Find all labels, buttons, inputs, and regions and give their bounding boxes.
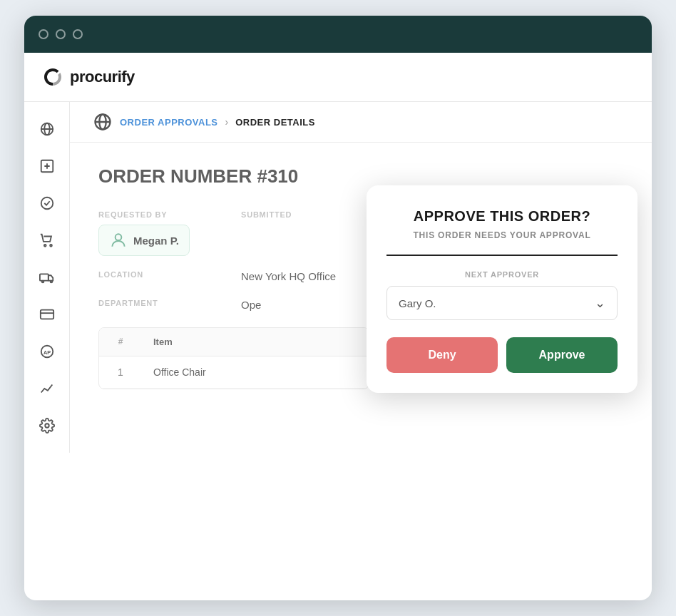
svg-point-7 [43,245,46,247]
card-icon [39,307,55,322]
sidebar-item-cart[interactable] [31,225,63,256]
browser-dot-3 [73,29,83,39]
logo-icon [41,66,64,88]
main-content: ORDER APPROVALS › ORDER DETAILS ORDER NU… [70,102,652,453]
modal-title: APPROVE THIS ORDER? [386,208,618,225]
breadcrumb: ORDER APPROVALS › ORDER DETAILS [70,102,652,143]
check-circle-icon [39,195,55,211]
sidebar-item-globe[interactable] [31,113,63,145]
settings-icon [39,418,55,433]
app-body: AP [24,102,652,453]
svg-rect-9 [39,274,48,280]
add-order-icon [39,158,55,174]
svg-rect-12 [40,310,53,319]
deny-button[interactable]: Deny [386,337,498,373]
sidebar-item-truck[interactable] [31,262,63,293]
svg-text:AP: AP [43,349,50,356]
browser-window: procurify [24,16,652,600]
chevron-down-icon: ⌄ [595,295,605,311]
svg-point-8 [50,245,52,247]
modal-overlay: APPROVE THIS ORDER? THIS ORDER NEEDS YOU… [70,143,652,453]
svg-point-16 [45,423,49,428]
breadcrumb-chevron-icon: › [225,116,229,128]
browser-titlebar [24,16,652,53]
browser-content: procurify [24,53,652,453]
modal-subtitle: THIS ORDER NEEDS YOUR APPROVAL [386,230,618,256]
truck-icon [39,270,55,285]
approve-button[interactable]: Approve [506,337,618,373]
svg-point-10 [41,281,43,283]
breadcrumb-link[interactable]: ORDER APPROVALS [120,117,218,128]
app-header: procurify [24,53,652,102]
globe-icon [39,121,55,137]
next-approver-label: NEXT APPROVER [386,270,618,279]
browser-dot-1 [39,29,48,39]
svg-point-6 [41,197,53,210]
svg-point-11 [50,281,52,283]
approver-value: Gary O. [399,297,436,309]
browser-dot-2 [56,29,66,39]
sidebar-item-card[interactable] [31,299,63,330]
sidebar-item-ap[interactable]: AP [31,336,63,367]
breadcrumb-globe-icon [93,112,113,132]
sidebar-item-add-order[interactable] [31,150,63,182]
cart-icon [39,232,55,248]
analytics-icon [39,381,55,396]
breadcrumb-current: ORDER DETAILS [235,117,315,128]
modal-buttons: Deny Approve [386,337,618,373]
page-body: ORDER NUMBER #310 REQUESTED BY [70,143,652,453]
sidebar: AP [24,102,70,453]
logo-text: procurify [70,68,135,86]
sidebar-item-approvals[interactable] [31,188,63,219]
approval-modal: APPROVE THIS ORDER? THIS ORDER NEEDS YOU… [367,185,637,393]
ap-icon: AP [39,344,55,359]
approver-dropdown[interactable]: Gary O. ⌄ [386,286,618,320]
logo-container: procurify [41,66,135,88]
sidebar-item-analytics[interactable] [31,373,63,404]
sidebar-item-settings[interactable] [31,410,63,441]
